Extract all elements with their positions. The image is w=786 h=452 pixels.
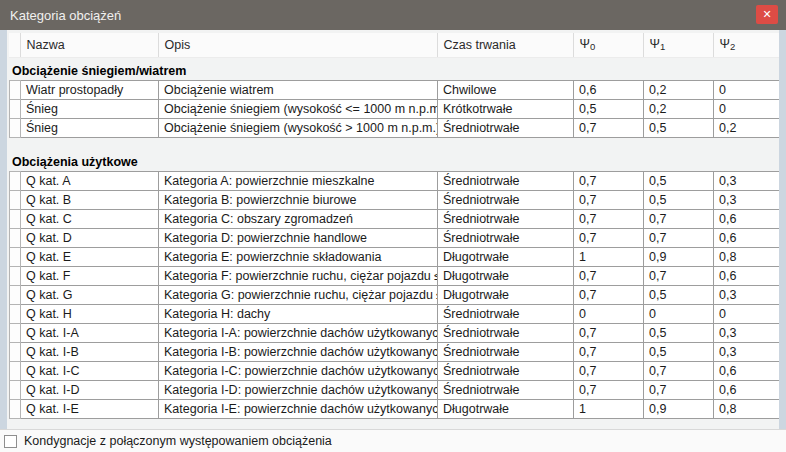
cell-czas: Średniotrwałe bbox=[438, 229, 574, 248]
cell-psi2: 0 bbox=[714, 100, 780, 119]
row-selector[interactable] bbox=[10, 191, 21, 210]
section-title-imposed-loads: Obciążenia użytkowe bbox=[9, 153, 779, 171]
cell-nazwa: Q kat. C bbox=[21, 210, 159, 229]
table-row[interactable]: Q kat. I-B Kategoria I-B: powierzchnie d… bbox=[10, 343, 780, 362]
column-header-opis[interactable]: Opis bbox=[158, 33, 437, 58]
cell-psi1: 0,7 bbox=[644, 210, 714, 229]
cell-psi1: 0,5 bbox=[644, 343, 714, 362]
cell-opis: Kategoria G: powierzchnie ruchu, ciężar … bbox=[159, 286, 438, 305]
cell-nazwa: Q kat. F bbox=[21, 267, 159, 286]
cell-czas: Krótkotrwałe bbox=[438, 100, 574, 119]
table-row[interactable]: Śnieg Obciążenie śniegiem (wysokość <= 1… bbox=[10, 100, 780, 119]
column-header-czas-trwania[interactable]: Czas trwania bbox=[437, 33, 573, 58]
table-row[interactable]: Q kat. I-D Kategoria I-D: powierzchnie d… bbox=[10, 381, 780, 400]
cell-czas: Średniotrwałe bbox=[438, 305, 574, 324]
cell-psi1: 0,5 bbox=[644, 172, 714, 191]
cell-psi2: 0,6 bbox=[714, 362, 780, 381]
cell-psi2: 0,6 bbox=[714, 210, 780, 229]
row-selector[interactable] bbox=[10, 267, 21, 286]
table-row[interactable]: Q kat. B Kategoria B: powierzchnie biuro… bbox=[10, 191, 780, 210]
cell-nazwa: Q kat. I-A bbox=[21, 324, 159, 343]
table-row[interactable]: Q kat. I-A Kategoria I-A: powierzchnie d… bbox=[10, 324, 780, 343]
cell-nazwa: Q kat. D bbox=[21, 229, 159, 248]
cell-psi0: 0 bbox=[574, 305, 644, 324]
table-row[interactable]: Q kat. F Kategoria F: powierzchnie ruchu… bbox=[10, 267, 780, 286]
cell-psi2: 0,3 bbox=[714, 343, 780, 362]
table-row[interactable]: Q kat. C Kategoria C: obszary zgromadzeń… bbox=[10, 210, 780, 229]
cell-psi1: 0,7 bbox=[644, 229, 714, 248]
table-row[interactable]: Wiatr prostopadły Obciążenie wiatrem Chw… bbox=[10, 81, 780, 100]
column-header-nazwa[interactable]: Nazwa bbox=[20, 33, 158, 58]
cell-psi0: 0,7 bbox=[574, 343, 644, 362]
column-header-psi2[interactable]: Ψ2 bbox=[713, 33, 779, 58]
cell-opis: Kategoria F: powierzchnie ruchu, ciężar … bbox=[159, 267, 438, 286]
row-selector[interactable] bbox=[10, 286, 21, 305]
table-row[interactable]: Q kat. I-E Kategoria I-E: powierzchnie d… bbox=[10, 400, 780, 419]
cell-psi1: 0,5 bbox=[644, 119, 714, 138]
cell-nazwa: Śnieg bbox=[21, 100, 159, 119]
cell-psi0: 0,7 bbox=[574, 286, 644, 305]
cell-psi0: 0,7 bbox=[574, 267, 644, 286]
row-selector[interactable] bbox=[10, 343, 21, 362]
table-row[interactable]: Q kat. I-C Kategoria I-C: powierzchnie d… bbox=[10, 362, 780, 381]
cell-psi1: 0,5 bbox=[644, 191, 714, 210]
cell-psi1: 0,9 bbox=[644, 248, 714, 267]
cell-opis: Obciążenie śniegiem (wysokość <= 1000 m … bbox=[159, 100, 438, 119]
table-row[interactable]: Q kat. G Kategoria G: powierzchnie ruchu… bbox=[10, 286, 780, 305]
row-selector[interactable] bbox=[10, 81, 21, 100]
cell-psi1: 0,5 bbox=[644, 286, 714, 305]
cell-opis: Kategoria I-E: powierzchnie dachów użytk… bbox=[159, 400, 438, 419]
combined-load-checkbox[interactable] bbox=[4, 435, 17, 448]
cell-psi0: 0,7 bbox=[574, 210, 644, 229]
column-header-psi0[interactable]: Ψ0 bbox=[573, 33, 643, 58]
row-selector[interactable] bbox=[10, 400, 21, 419]
row-selector[interactable] bbox=[10, 248, 21, 267]
cell-czas: Średniotrwałe bbox=[438, 362, 574, 381]
table-row[interactable]: Q kat. D Kategoria D: powierzchnie handl… bbox=[10, 229, 780, 248]
cell-psi2: 0,3 bbox=[714, 286, 780, 305]
titlebar[interactable]: Kategoria obciążeń ✕ bbox=[0, 0, 786, 30]
cell-opis: Obciążenie wiatrem bbox=[159, 81, 438, 100]
row-selector[interactable] bbox=[10, 305, 21, 324]
row-selector[interactable] bbox=[10, 229, 21, 248]
cell-nazwa: Q kat. H bbox=[21, 305, 159, 324]
row-selector[interactable] bbox=[10, 172, 21, 191]
cell-czas: Długotrwałe bbox=[438, 400, 574, 419]
close-icon[interactable]: ✕ bbox=[756, 5, 778, 24]
cell-psi2: 0,6 bbox=[714, 381, 780, 400]
cell-psi2: 0,3 bbox=[714, 172, 780, 191]
cell-opis: Kategoria D: powierzchnie handlowe bbox=[159, 229, 438, 248]
table-row[interactable]: Q kat. A Kategoria A: powierzchnie miesz… bbox=[10, 172, 780, 191]
cell-psi1: 0,7 bbox=[644, 362, 714, 381]
row-selector[interactable] bbox=[10, 362, 21, 381]
row-selector[interactable] bbox=[10, 210, 21, 229]
column-header-psi1[interactable]: Ψ1 bbox=[643, 33, 713, 58]
row-selector[interactable] bbox=[10, 119, 21, 138]
table-row[interactable]: Q kat. H Kategoria H: dachy Średniotrwał… bbox=[10, 305, 780, 324]
cell-nazwa: Q kat. I-D bbox=[21, 381, 159, 400]
cell-czas: Średniotrwałe bbox=[438, 381, 574, 400]
cell-czas: Chwilowe bbox=[438, 81, 574, 100]
row-selector[interactable] bbox=[10, 100, 21, 119]
cell-psi2: 0,3 bbox=[714, 191, 780, 210]
cell-czas: Średniotrwałe bbox=[438, 210, 574, 229]
cell-psi1: 0,9 bbox=[644, 400, 714, 419]
cell-czas: Średniotrwałe bbox=[438, 119, 574, 138]
cell-opis: Kategoria E: powierzchnie składowania bbox=[159, 248, 438, 267]
cell-opis: Kategoria A: powierzchnie mieszkalne bbox=[159, 172, 438, 191]
row-selector[interactable] bbox=[10, 381, 21, 400]
cell-psi2: 0,2 bbox=[714, 119, 780, 138]
cell-psi0: 0,6 bbox=[574, 81, 644, 100]
cell-nazwa: Q kat. A bbox=[21, 172, 159, 191]
cell-psi0: 0,7 bbox=[574, 172, 644, 191]
cell-psi1: 0,7 bbox=[644, 381, 714, 400]
cell-psi0: 0,7 bbox=[574, 229, 644, 248]
cell-opis: Kategoria I-B: powierzchnie dachów użytk… bbox=[159, 343, 438, 362]
table-row[interactable]: Q kat. E Kategoria E: powierzchnie skład… bbox=[10, 248, 780, 267]
cell-nazwa: Śnieg bbox=[21, 119, 159, 138]
cell-psi2: 0,6 bbox=[714, 229, 780, 248]
row-selector[interactable] bbox=[10, 324, 21, 343]
combined-load-checkbox-label[interactable]: Kondygnacje z połączonym występowaniem o… bbox=[24, 434, 332, 448]
table-row[interactable]: Śnieg Obciążenie śniegiem (wysokość > 10… bbox=[10, 119, 780, 138]
column-header-gutter bbox=[9, 33, 20, 58]
